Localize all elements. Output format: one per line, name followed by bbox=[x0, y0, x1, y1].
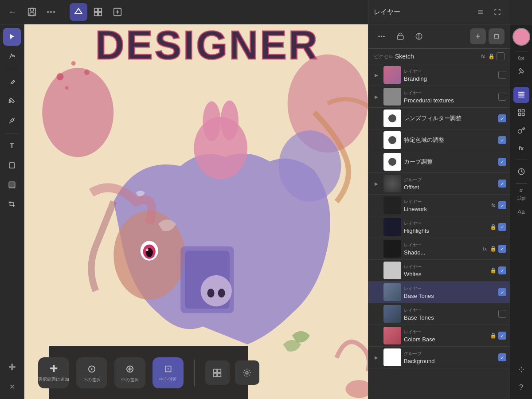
text-tool[interactable]: T bbox=[3, 137, 21, 155]
right-icons-panel: 0pt fx α bbox=[510, 24, 532, 399]
bottom-secondary-row bbox=[205, 360, 259, 385]
node-tool[interactable] bbox=[3, 47, 21, 65]
delete-tool[interactable]: ✕ bbox=[3, 378, 21, 395]
sec-btn-1[interactable] bbox=[205, 360, 230, 385]
layer-info-branding: レイヤー Branding bbox=[404, 68, 498, 82]
history-button[interactable] bbox=[513, 164, 529, 180]
layers-panel-toggle[interactable] bbox=[513, 87, 529, 103]
shadows-lock-button[interactable]: 🔒 bbox=[490, 246, 497, 252]
grid-button[interactable] bbox=[89, 3, 107, 21]
center-snap-label: 中心付近 bbox=[159, 376, 177, 383]
panel-options-button[interactable]: ••• bbox=[374, 28, 390, 44]
fx-button[interactable]: fx bbox=[513, 140, 529, 156]
layer-row-basetones2[interactable]: ▶ レイヤー Base Tones bbox=[368, 303, 510, 325]
layer-info-procedural: レイヤー Procedural textures bbox=[404, 90, 498, 104]
canvas-area[interactable]: DESIGNER DESIGNER bbox=[24, 24, 390, 399]
layer-row-colorsbase[interactable]: ▶ レイヤー Colors Base 🔒 ✓ bbox=[368, 325, 510, 347]
panel-menu-button[interactable] bbox=[473, 5, 488, 19]
layer-checkbox-lens[interactable]: ✓ bbox=[498, 114, 506, 122]
back-button[interactable]: ← bbox=[4, 3, 21, 21]
layer-row-curves[interactable]: カーブ調整 ✓ bbox=[368, 151, 510, 173]
shape-tool[interactable] bbox=[3, 156, 21, 174]
center-select-label: 中の選択 bbox=[121, 377, 139, 383]
bottom-toolbar: ✚ 選択範囲に追加 ⊙ 下の選択 ⊕ 中の選択 ⊡ 中心付近 bbox=[49, 346, 248, 399]
fill-tool[interactable] bbox=[3, 176, 21, 194]
layer-row-colorrange[interactable]: 特定色域の調整 ✓ bbox=[368, 129, 510, 151]
layer-row-highlights[interactable]: ▶ レイヤー Highlights 🔒 ✓ bbox=[368, 216, 510, 238]
sketch-checkbox[interactable] bbox=[497, 52, 505, 60]
layer-row-background[interactable]: ▶ グループ Background ✓ bbox=[368, 347, 510, 368]
layer-controls-background: ✓ bbox=[498, 353, 506, 361]
highlights-lock-button[interactable]: 🔒 bbox=[490, 224, 497, 230]
compass-button[interactable] bbox=[513, 362, 529, 378]
shadows-fx-button[interactable]: fx bbox=[481, 245, 488, 252]
add-layer-tool[interactable]: ✚ bbox=[3, 358, 21, 376]
sketch-fx-button[interactable]: fx bbox=[480, 53, 486, 60]
add-layer-button[interactable]: + bbox=[470, 28, 486, 44]
more-button[interactable]: ••• bbox=[43, 3, 60, 21]
layer-name-highlights: Highlights bbox=[404, 227, 490, 234]
font-button[interactable]: Aa bbox=[513, 203, 529, 219]
save-button[interactable] bbox=[23, 3, 41, 21]
delete-layer-button[interactable] bbox=[489, 28, 505, 44]
layer-row-procedural[interactable]: ▶ レイヤー Procedural textures bbox=[368, 86, 510, 108]
sketch-lock-button[interactable]: 🔒 bbox=[488, 53, 495, 59]
layer-info-whites: レイヤー Whites bbox=[404, 264, 490, 278]
help-button[interactable]: ? bbox=[513, 379, 529, 395]
art-canvas: DESIGNER DESIGNER bbox=[24, 24, 390, 399]
lower-select-button[interactable]: ⊙ 下の選択 bbox=[76, 357, 107, 388]
layer-checkbox-procedural[interactable] bbox=[498, 93, 506, 101]
layer-row-basetones1[interactable]: ▶ レイヤー Base Tones ✓ bbox=[368, 282, 510, 303]
panel-stack-button[interactable] bbox=[392, 28, 408, 44]
grid-toggle-button[interactable] bbox=[513, 105, 529, 121]
layer-row-lens[interactable]: レンズフィルター調整 ✓ bbox=[368, 108, 510, 129]
center-select-button[interactable]: ⊕ 中の選択 bbox=[114, 357, 145, 388]
layer-checkbox-whites[interactable]: ✓ bbox=[498, 266, 506, 274]
layer-name-basetones2: Base Tones bbox=[404, 314, 498, 321]
svg-rect-52 bbox=[518, 97, 524, 98]
layer-checkbox-basetones1[interactable]: ✓ bbox=[498, 288, 506, 296]
brush-tool[interactable] bbox=[3, 92, 21, 110]
svg-point-29 bbox=[71, 61, 76, 66]
center-snap-button[interactable]: ⊡ 中心付近 bbox=[153, 357, 184, 388]
layer-checkbox-basetones2[interactable] bbox=[498, 310, 506, 318]
brush-settings-button[interactable] bbox=[513, 63, 529, 79]
layers-list[interactable]: ▶ レイヤー Branding ▶ レイヤー Procedural textur… bbox=[368, 64, 510, 399]
layer-checkbox-offset[interactable]: ✓ bbox=[498, 180, 506, 188]
pen-tool[interactable] bbox=[3, 73, 21, 90]
layer-row-offset[interactable]: ▶ グループ Offset ✓ bbox=[368, 173, 510, 195]
sec-btn-2[interactable] bbox=[235, 360, 259, 385]
linework-fx-button[interactable]: fx bbox=[490, 202, 497, 209]
layer-checkbox-highlights[interactable]: ✓ bbox=[498, 223, 506, 231]
whites-lock-button[interactable]: 🔒 bbox=[490, 267, 497, 274]
crop-tool[interactable] bbox=[3, 196, 21, 213]
panel-expand-button[interactable] bbox=[490, 5, 505, 19]
layer-checkbox-linework[interactable]: ✓ bbox=[498, 201, 506, 209]
layer-row-whites[interactable]: ▶ レイヤー Whites 🔒 ✓ bbox=[368, 260, 510, 282]
vector-button[interactable] bbox=[70, 3, 87, 21]
select-tool[interactable] bbox=[3, 28, 21, 46]
layer-checkbox-branding[interactable] bbox=[498, 71, 506, 79]
center-select-icon: ⊕ bbox=[125, 363, 134, 375]
layer-checkbox-colorsbase[interactable]: ✓ bbox=[498, 332, 506, 340]
left-tools-panel: T ✚ ✕ bbox=[0, 24, 24, 399]
layer-checkbox-shadows[interactable]: ✓ bbox=[498, 245, 506, 253]
transform-button[interactable] bbox=[513, 122, 529, 138]
layer-checkbox-background[interactable]: ✓ bbox=[498, 353, 506, 361]
layer-row-branding[interactable]: ▶ レイヤー Branding bbox=[368, 64, 510, 86]
svg-rect-51 bbox=[518, 94, 524, 96]
panel-mask-button[interactable] bbox=[411, 28, 427, 44]
layer-row-linework[interactable]: ▶ レイヤー Linework fx ✓ bbox=[368, 195, 510, 216]
export-button[interactable] bbox=[109, 3, 126, 21]
colorsbase-lock-button[interactable]: 🔒 bbox=[490, 332, 497, 339]
layer-checkbox-curves[interactable]: ✓ bbox=[498, 158, 506, 166]
layer-info-shadows: レイヤー Shado... bbox=[404, 242, 481, 256]
layer-thumb-colorrange bbox=[383, 131, 401, 149]
layer-checkbox-colorrange[interactable]: ✓ bbox=[498, 136, 506, 144]
add-selection-button[interactable]: ✚ 選択範囲に追加 bbox=[38, 357, 69, 388]
color-swatch[interactable] bbox=[512, 28, 530, 46]
eyedropper-tool[interactable] bbox=[3, 112, 21, 129]
layer-row-shadows[interactable]: ▶ レイヤー Shado... fx 🔒 ✓ bbox=[368, 238, 510, 260]
layer-thumb-whites bbox=[383, 262, 401, 279]
layer-name-shadows: Shado... bbox=[404, 249, 481, 256]
